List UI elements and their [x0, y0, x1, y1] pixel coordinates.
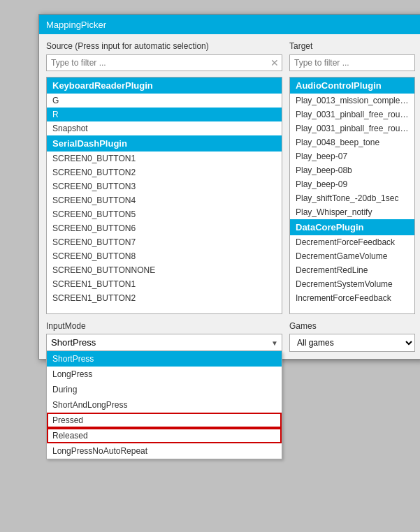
target-filter-box — [289, 54, 415, 71]
dropdown-option-released[interactable]: Released — [47, 428, 282, 443]
target-list-item[interactable]: Play_shiftTone_-20db_1sec — [290, 191, 414, 205]
target-list-item[interactable]: DecrementRedLine — [290, 263, 414, 277]
list-item[interactable]: SCREEN0_BUTTON3 — [47, 179, 282, 193]
target-list-item[interactable]: Play_beep-08b — [290, 163, 414, 177]
source-list[interactable]: KeyboardReaderPlugin G R Snapshot Serial… — [46, 77, 282, 314]
input-mode-label: InputMode — [46, 321, 282, 331]
games-dropdown[interactable]: All games — [289, 334, 415, 352]
source-filter-clear-icon[interactable]: ✕ — [270, 57, 279, 68]
target-panel: Target AudioControlPlugin Play_0013_miss… — [289, 41, 415, 352]
dropdown-option-longpressnoautorepeat[interactable]: LongPressNoAutoRepeat — [47, 443, 282, 459]
source-filter-input[interactable] — [46, 54, 282, 71]
window-title: MappingPicker — [46, 20, 106, 30]
target-list-item[interactable]: Play_beep-09 — [290, 177, 414, 191]
target-list-item[interactable]: Play_0013_mission_complete_14 — [290, 94, 414, 108]
source-filter-box: ✕ — [46, 54, 282, 71]
list-item[interactable]: SCREEN0_BUTTON8 — [47, 249, 282, 263]
input-mode-selected-value: ShortPress — [51, 337, 96, 348]
dropdown-option-longpress[interactable]: LongPress — [47, 367, 282, 382]
games-section: Games All games — [289, 321, 415, 352]
target-group-header-datacore: DataCorePlugin — [290, 219, 414, 235]
list-item[interactable]: SCREEN0_BUTTONNONE — [47, 263, 282, 277]
list-item[interactable]: R — [47, 108, 282, 121]
target-label: Target — [289, 41, 415, 51]
target-list-item[interactable]: Play_beep-07 — [290, 149, 414, 163]
list-item[interactable]: SCREEN1_BUTTON1 — [47, 277, 282, 291]
target-list-item[interactable]: DecrementForceFeedback — [290, 235, 414, 249]
list-item[interactable]: SCREEN1_BUTTON2 — [47, 291, 282, 305]
list-item[interactable]: SCREEN0_BUTTON6 — [47, 221, 282, 235]
list-item[interactable]: SCREEN0_BUTTON5 — [47, 207, 282, 221]
target-list-item[interactable]: DecrementGameVolume — [290, 249, 414, 263]
mapping-picker-window: MappingPicker Source (Press input for au… — [38, 14, 420, 360]
input-mode-dropdown-wrapper: ShortPress ▼ ShortPress LongPress During… — [46, 334, 282, 351]
list-item[interactable]: SCREEN0_BUTTON7 — [47, 235, 282, 249]
games-label: Games — [289, 321, 415, 331]
list-item[interactable]: Snapshot — [47, 121, 282, 135]
dropdown-option-shortpress[interactable]: ShortPress — [47, 351, 282, 367]
target-list-item[interactable]: Play_0031_pinball_free_round_sfx_0 — [290, 108, 414, 121]
list-item[interactable]: SCREEN0_BUTTON1 — [47, 152, 282, 165]
dropdown-option-pressed[interactable]: Pressed — [47, 413, 282, 428]
source-label: Source (Press input for automatic select… — [46, 41, 282, 51]
dropdown-option-during[interactable]: During — [47, 382, 282, 397]
input-mode-dropdown-list: ShortPress LongPress During ShortAndLong… — [46, 351, 282, 459]
input-mode-selected-display[interactable]: ShortPress — [46, 334, 282, 351]
source-panel: Source (Press input for automatic select… — [46, 41, 282, 352]
target-list-item[interactable]: DecrementSystemVolume — [290, 277, 414, 291]
target-group-header-audio: AudioControlPlugin — [290, 77, 414, 94]
target-list[interactable]: AudioControlPlugin Play_0013_mission_com… — [289, 77, 415, 314]
target-list-item[interactable]: IncrementForceFeedback — [290, 291, 414, 305]
group-header-serial: SerialDashPlugin — [47, 135, 282, 152]
target-list-item[interactable]: Play_0048_beep_tone — [290, 135, 414, 149]
input-mode-section: InputMode ShortPress ▼ ShortPress LongPr… — [46, 321, 282, 351]
group-header-keyboard: KeyboardReaderPlugin — [47, 77, 282, 94]
target-list-item[interactable]: Play_Whisper_notify — [290, 205, 414, 219]
dropdown-option-shortandlongpress[interactable]: ShortAndLongPress — [47, 397, 282, 413]
list-item[interactable]: SCREEN0_BUTTON2 — [47, 165, 282, 179]
target-list-item[interactable]: Play_0031_pinball_free_round_sfx_0 — [290, 121, 414, 135]
target-filter-input[interactable] — [289, 54, 415, 71]
titlebar: MappingPicker — [39, 15, 420, 34]
list-item[interactable]: G — [47, 94, 282, 108]
list-item[interactable]: SCREEN0_BUTTON4 — [47, 193, 282, 207]
